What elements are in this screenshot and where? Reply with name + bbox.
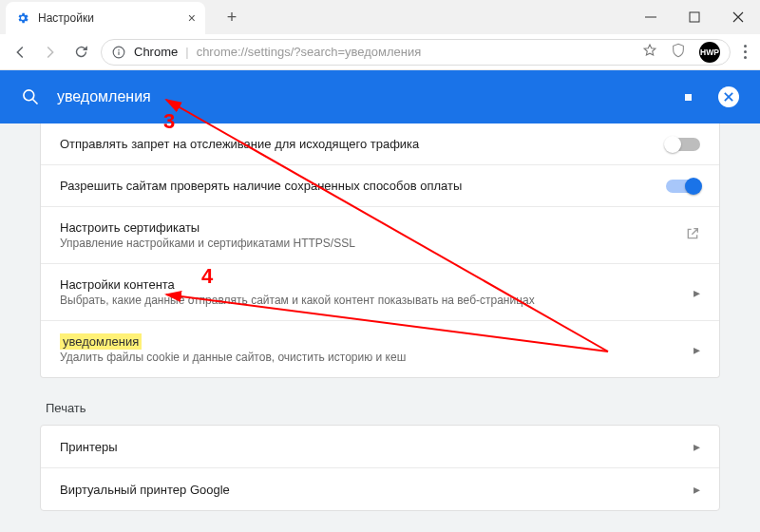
site-info-icon[interactable] [111,45,126,60]
row-printers[interactable]: Принтеры ▸ [41,426,719,467]
row-title: Настройки контента [60,277,682,292]
settings-card-privacy: Отправлять запрет на отслеживание для ис… [40,124,720,378]
annotation-number-3: 3 [163,109,175,134]
row-subtitle: Выбрать, какие данные отправлять сайтам … [60,294,682,307]
row-subtitle: Управление настройками и сертификатами H… [60,237,685,250]
row-title: Разрешить сайтам проверять наличие сохра… [60,179,666,193]
browser-tab[interactable]: Настройки × [6,2,205,34]
menu-button[interactable] [740,45,750,59]
maximize-button[interactable] [673,0,716,34]
chevron-right-icon: ▸ [694,342,700,357]
clear-search-button[interactable] [718,86,739,107]
address-bar[interactable]: Chrome | chrome://settings/?search=уведо… [101,39,731,66]
chevron-right-icon: ▸ [694,482,700,497]
row-title: Настроить сертификаты [60,220,685,235]
toggle-on[interactable] [666,180,700,193]
forward-button[interactable] [40,42,61,63]
svg-rect-0 [645,17,656,18]
annotation-number-4: 4 [201,264,213,289]
window-titlebar: Настройки × + [0,0,760,34]
row-title: Виртуальный принтер Google [60,483,682,497]
back-button[interactable] [10,42,30,63]
plus-icon: + [227,8,238,28]
toggle-off[interactable] [666,138,700,151]
svg-line-6 [33,100,38,104]
chevron-right-icon: ▸ [694,285,700,300]
close-icon[interactable]: × [188,10,196,26]
site-label: Chrome [134,45,178,59]
settings-search-bar [0,70,760,124]
settings-card-print: Принтеры ▸ Виртуальный принтер Google ▸ [40,425,720,511]
row-cloud-print[interactable]: Виртуальный принтер Google ▸ [41,467,719,510]
row-title: Принтеры [60,440,682,454]
profile-avatar[interactable]: HWP [699,42,720,63]
row-title: Отправлять запрет на отслеживание для ис… [60,137,666,151]
window-controls [629,0,760,34]
row-do-not-track[interactable]: Отправлять запрет на отслеживание для ис… [41,124,719,164]
search-highlight: уведомления [60,333,142,350]
row-subtitle: Удалить файлы cookie и данные сайтов, оч… [60,351,682,364]
chevron-right-icon: ▸ [694,439,700,454]
close-window-button[interactable] [716,0,760,34]
tab-title: Настройки [38,11,94,25]
new-tab-button[interactable]: + [218,4,245,30]
settings-search-input[interactable] [57,88,668,105]
row-certificates[interactable]: Настроить сертификаты Управление настрой… [41,206,719,263]
star-icon[interactable] [642,43,657,61]
url-text: chrome://settings/?search=уведомления [197,45,422,59]
section-header-print: Печать [46,401,714,415]
row-payment-check[interactable]: Разрешить сайтам проверять наличие сохра… [41,164,719,206]
minimize-button[interactable] [629,0,673,34]
settings-content: Отправлять запрет на отслеживание для ис… [0,124,760,532]
reload-button[interactable] [70,42,91,63]
row-clear-history[interactable]: уведомления Удалить файлы cookie и данны… [41,320,719,377]
svg-point-5 [24,90,34,101]
gear-icon [15,10,30,26]
search-indicator-dot [685,94,692,101]
row-title: уведомления [60,334,682,349]
row-content-settings[interactable]: Настройки контента Выбрать, какие данные… [41,263,719,320]
svg-rect-4 [118,51,119,55]
search-icon [21,87,40,106]
toolbar: Chrome | chrome://settings/?search=уведо… [0,34,760,70]
shield-icon[interactable] [671,43,686,61]
svg-rect-1 [690,12,699,22]
external-link-icon [685,226,700,245]
svg-point-3 [118,48,120,50]
